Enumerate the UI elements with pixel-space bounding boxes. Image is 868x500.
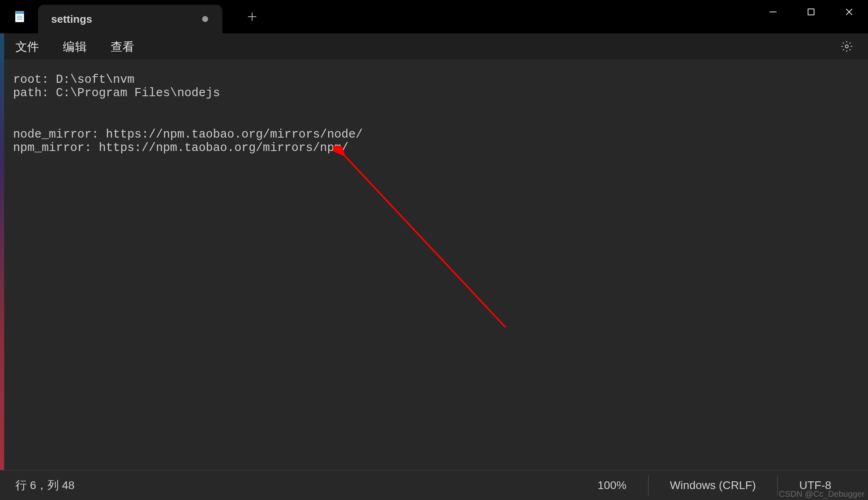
window-controls bbox=[754, 0, 868, 33]
svg-rect-8 bbox=[808, 9, 814, 15]
svg-point-11 bbox=[845, 45, 848, 48]
new-tab-button[interactable] bbox=[241, 6, 263, 28]
menu-file[interactable]: 文件 bbox=[7, 35, 48, 58]
svg-rect-1 bbox=[15, 11, 24, 14]
status-line-ending[interactable]: Windows (CRLF) bbox=[648, 475, 777, 496]
status-zoom[interactable]: 100% bbox=[597, 475, 648, 496]
text-editor[interactable]: root: D:\soft\nvm path: C:\Program Files… bbox=[0, 60, 868, 470]
menu-view[interactable]: 查看 bbox=[102, 35, 143, 58]
decorative-edge bbox=[0, 33, 4, 470]
menu-bar: 文件 编辑 查看 bbox=[0, 33, 868, 60]
watermark: CSDN @Cc_Debugger bbox=[779, 489, 864, 498]
gear-icon[interactable] bbox=[836, 36, 857, 57]
minimize-button[interactable] bbox=[754, 0, 792, 24]
menu-edit[interactable]: 编辑 bbox=[55, 35, 95, 58]
modified-indicator-icon bbox=[202, 16, 208, 22]
title-bar: settings bbox=[0, 0, 868, 33]
tab-settings[interactable]: settings bbox=[38, 5, 222, 33]
close-button[interactable] bbox=[830, 0, 868, 24]
status-position[interactable]: 行 6，列 48 bbox=[15, 475, 96, 496]
notepad-icon bbox=[13, 10, 26, 23]
maximize-button[interactable] bbox=[792, 0, 830, 24]
status-bar: 行 6，列 48 100% Windows (CRLF) UTF-8 bbox=[0, 470, 868, 500]
tab-title: settings bbox=[51, 13, 92, 26]
